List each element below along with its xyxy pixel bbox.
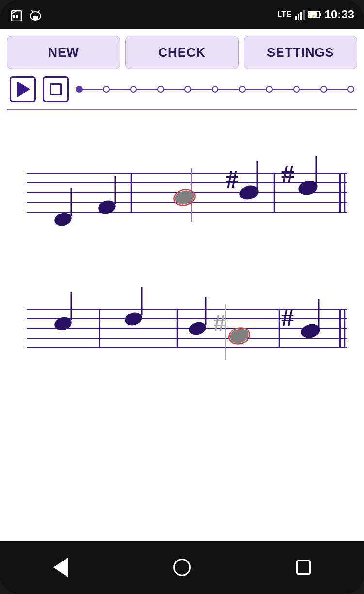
back-button[interactable] [46, 553, 75, 582]
svg-rect-12 [300, 12, 302, 20]
staff-svg-1: # # [5, 144, 359, 241]
svg-text:⚡: ⚡ [311, 13, 316, 18]
svg-point-6 [33, 15, 34, 16]
sd-card-icon [10, 8, 23, 21]
dot-5[interactable] [184, 86, 191, 93]
status-left [10, 7, 43, 22]
staff-system-1: # # [5, 144, 359, 241]
svg-rect-15 [320, 13, 321, 16]
dot-4[interactable] [157, 86, 164, 93]
svg-rect-2 [13, 15, 15, 18]
bottom-navigation [0, 541, 364, 594]
top-buttons: NEW CHECK SETTINGS [0, 29, 364, 69]
svg-line-9 [38, 11, 39, 12]
status-right: LTE ⚡ 10:33 [278, 8, 354, 21]
staff-svg-2: # # [5, 280, 359, 377]
svg-text:#: # [214, 309, 226, 336]
svg-point-51 [53, 315, 73, 332]
svg-rect-11 [298, 14, 299, 20]
play-button[interactable] [10, 76, 36, 102]
stop-button[interactable] [43, 76, 69, 102]
dot-7[interactable] [239, 86, 246, 93]
stop-icon [50, 83, 62, 95]
svg-rect-3 [16, 15, 18, 18]
recents-icon [296, 560, 311, 575]
playback-row [0, 69, 364, 102]
dots-container [76, 86, 354, 93]
svg-text:#: # [281, 304, 294, 331]
status-bar: LTE ⚡ 10:33 [0, 0, 364, 29]
svg-point-53 [123, 311, 144, 327]
svg-text:#: # [281, 161, 294, 188]
svg-rect-5 [33, 16, 38, 20]
back-icon [53, 558, 68, 577]
time-display: 10:33 [325, 8, 354, 21]
battery-icon: ⚡ [308, 10, 322, 19]
dot-8[interactable] [266, 86, 273, 93]
dot-11[interactable] [347, 86, 354, 93]
svg-point-30 [97, 199, 117, 215]
home-icon [173, 559, 191, 576]
play-icon [17, 82, 30, 97]
phone-frame: LTE ⚡ 10:33 NEW CHECK SETTINGS [0, 0, 364, 594]
signal-icon [295, 9, 305, 20]
dot-2[interactable] [103, 86, 110, 93]
new-button[interactable]: NEW [7, 36, 120, 69]
dot-9[interactable] [293, 86, 300, 93]
dot-3[interactable] [130, 86, 137, 93]
settings-button[interactable]: SETTINGS [244, 36, 357, 69]
svg-point-55 [187, 320, 208, 337]
android-icon [28, 7, 43, 22]
home-button[interactable] [167, 553, 197, 582]
svg-text:#: # [226, 165, 238, 193]
recents-button[interactable] [289, 553, 318, 582]
check-button[interactable]: CHECK [125, 36, 239, 69]
music-area[interactable]: # # [0, 110, 364, 541]
svg-rect-13 [303, 10, 305, 20]
svg-rect-10 [295, 16, 297, 20]
dot-1[interactable] [76, 86, 83, 93]
dot-slider[interactable] [76, 82, 354, 97]
dot-6[interactable] [212, 86, 218, 93]
svg-point-28 [53, 211, 73, 228]
svg-point-7 [37, 15, 38, 16]
svg-line-8 [32, 11, 33, 12]
staff-system-2: # # [5, 280, 359, 377]
lte-badge: LTE [278, 10, 292, 19]
dot-10[interactable] [320, 86, 327, 93]
main-screen: NEW CHECK SETTINGS [0, 29, 364, 541]
